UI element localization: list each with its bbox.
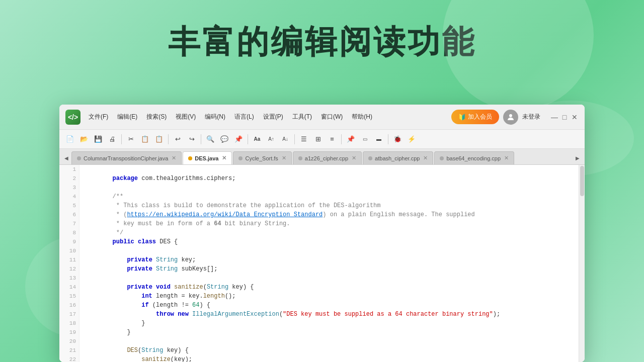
code-line-8: public class DES {: [84, 228, 575, 237]
close-button[interactable]: ✕: [571, 113, 579, 121]
tab-close-des[interactable]: ✕: [222, 155, 226, 161]
toolbar-fill[interactable]: ▬: [372, 133, 385, 146]
tab-dot-columnar: [77, 156, 81, 160]
toolbar-align[interactable]: ≡: [326, 133, 339, 146]
menu-edit[interactable]: 编辑(E): [113, 111, 141, 123]
toolbar-sep-5: [294, 134, 295, 144]
tab-label-columnar: ColumnarTranspositionCipher.java: [84, 155, 168, 161]
tab-dot-base64: [440, 156, 444, 160]
tab-close-base64[interactable]: ✕: [504, 155, 509, 161]
toolbar-list[interactable]: ☰: [297, 133, 310, 146]
tab-label-base64: base64_encoding.cpp: [446, 155, 501, 161]
code-line-3: /**: [84, 183, 575, 192]
join-label: 加入会员: [468, 113, 492, 121]
toolbar-bookmark-pin[interactable]: 📌: [232, 133, 245, 146]
tab-des[interactable]: DES.java ✕: [183, 151, 232, 164]
line-num-14: 14: [59, 283, 79, 292]
toolbar-sep-6: [341, 134, 342, 144]
toolbar-sep-2: [168, 134, 169, 144]
toolbar-new[interactable]: 📄: [63, 133, 76, 146]
tab-close-columnar[interactable]: ✕: [172, 155, 176, 161]
line-num-20: 20: [59, 337, 79, 346]
toolbar-font-up[interactable]: A↑: [265, 133, 278, 146]
tab-dot-des: [188, 156, 192, 160]
menu-tools[interactable]: 工具(T): [288, 111, 316, 123]
toolbar-debug[interactable]: 🐞: [391, 133, 404, 146]
toolbar-lightning[interactable]: ⚡: [405, 133, 418, 146]
toolbar-copy[interactable]: 📋: [138, 133, 151, 146]
menu-window[interactable]: 窗口(W): [317, 111, 347, 123]
line-num-7: 7: [59, 219, 79, 228]
code-line-20: DES(String key) {: [84, 337, 575, 346]
line-num-4: 4: [59, 192, 79, 201]
menu-file[interactable]: 文件(F): [85, 111, 112, 123]
toolbar-sep-3: [201, 134, 201, 144]
tab-close-a1z26[interactable]: ✕: [352, 155, 356, 161]
line-num-12: 12: [59, 264, 79, 274]
tab-base64[interactable]: base64_encoding.cpp ✕: [434, 151, 514, 164]
toolbar-redo[interactable]: ↪: [185, 133, 198, 146]
line-num-6: 6: [59, 210, 79, 219]
toolbar-undo[interactable]: ↩: [171, 133, 184, 146]
menu-help[interactable]: 帮助(H): [348, 111, 376, 123]
tab-arrow-left[interactable]: ◀: [61, 151, 71, 164]
tab-dot-a1z26: [298, 156, 302, 160]
toolbar-open[interactable]: 📂: [77, 133, 91, 146]
line-num-21: 21: [59, 346, 79, 355]
code-line-19: [84, 328, 575, 337]
title-bar: </> 文件(F) 编辑(E) 搜索(S) 视图(V) 编码(N) 语言(L) …: [59, 105, 585, 130]
toolbar-search[interactable]: 🔍: [204, 133, 217, 146]
editor-content: 1 2 3 4 5 6 7 8 9 10 11 12 13 14 15 16 1…: [59, 165, 585, 362]
tab-label-cyclesort: Cycle_Sort.fs: [245, 155, 278, 161]
code-line-18: }: [84, 319, 575, 328]
code-line-4: * This class is build to demonstrate the…: [84, 192, 575, 201]
line-num-15: 15: [59, 292, 79, 301]
user-avatar: [503, 110, 518, 125]
minimize-button[interactable]: —: [550, 113, 558, 121]
tab-close-atbash[interactable]: ✕: [423, 155, 428, 161]
toolbar-font-down[interactable]: A↓: [279, 133, 292, 146]
code-area[interactable]: package com.thealgorithms.ciphers; /** *…: [79, 165, 579, 362]
line-num-9: 9: [59, 237, 79, 246]
line-num-19: 19: [59, 328, 79, 337]
toolbar-sep-1: [121, 134, 122, 144]
tab-a1z26[interactable]: a1z26_cipher.cpp ✕: [293, 151, 362, 164]
menu-view[interactable]: 视图(V): [172, 111, 200, 123]
tab-cyclesort[interactable]: Cycle_Sort.fs ✕: [233, 151, 291, 164]
toolbar-font-aa[interactable]: Aa: [251, 133, 264, 146]
menu-search[interactable]: 搜索(S): [142, 111, 171, 123]
code-line-13: private void sanitize(String key) {: [84, 274, 575, 283]
line-num-5: 5: [59, 201, 79, 210]
tab-close-cyclesort[interactable]: ✕: [282, 155, 286, 161]
app-logo: </>: [65, 110, 80, 125]
toolbar: 📄 📂 💾 🖨 ✂ 📋 📋 ↩ ↪ 🔍 💬 📌 Aa A↑ A↓ ☰ ⊞ ≡ 📌…: [59, 130, 585, 149]
scroll-thumb[interactable]: [580, 166, 584, 196]
line-num-17: 17: [59, 310, 79, 319]
toolbar-sep-7: [388, 134, 388, 144]
tab-atbash[interactable]: atbash_cipher.cpp ✕: [363, 151, 433, 164]
menu-settings[interactable]: 设置(P): [259, 111, 287, 123]
tab-label-des: DES.java: [195, 155, 218, 161]
tab-label-atbash: atbash_cipher.cpp: [375, 155, 420, 161]
menu-language[interactable]: 语言(L): [230, 111, 258, 123]
scrollbar-vertical[interactable]: [579, 165, 585, 362]
tab-arrow-right[interactable]: ▶: [573, 151, 583, 164]
toolbar-rect[interactable]: ▭: [358, 133, 371, 146]
title-bar-right: 🔰 加入会员 未登录 — □ ✕: [451, 110, 579, 125]
join-member-button[interactable]: 🔰 加入会员: [451, 110, 499, 124]
toolbar-paste[interactable]: 📋: [152, 133, 166, 146]
tab-columnar[interactable]: ColumnarTranspositionCipher.java ✕: [71, 151, 182, 164]
toolbar-save[interactable]: 💾: [92, 133, 105, 146]
menu-encoding[interactable]: 编码(N): [201, 111, 229, 123]
tab-dot-atbash: [368, 156, 372, 160]
line-num-11: 11: [59, 255, 79, 264]
toolbar-cut[interactable]: ✂: [124, 133, 137, 146]
toolbar-pin[interactable]: 📌: [344, 133, 357, 146]
code-line-1: package com.thealgorithms.ciphers;: [84, 165, 575, 174]
maximize-button[interactable]: □: [560, 113, 569, 121]
toolbar-grid[interactable]: ⊞: [311, 133, 325, 146]
line-num-2: 2: [59, 174, 79, 183]
toolbar-print[interactable]: 🖨: [106, 133, 119, 146]
line-num-13: 13: [59, 274, 79, 283]
toolbar-comment[interactable]: 💬: [218, 133, 231, 146]
